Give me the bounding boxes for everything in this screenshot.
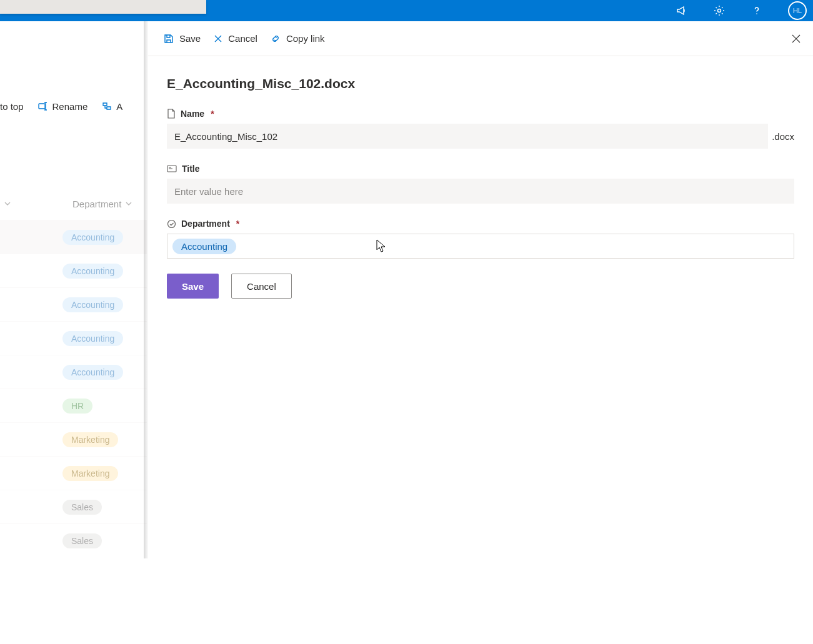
title-label: Title <box>182 164 200 174</box>
search-field-collapsed[interactable] <box>0 0 206 14</box>
department-chip[interactable]: Accounting <box>172 239 236 254</box>
close-icon <box>213 34 223 44</box>
required-asterisk: * <box>211 109 214 119</box>
panel-cancel-command[interactable]: Cancel <box>207 29 264 47</box>
table-row[interactable]: Accounting <box>0 220 147 254</box>
pin-to-top-label: to top <box>0 101 24 112</box>
link-icon <box>270 33 281 44</box>
panel-copylink-command[interactable]: Copy link <box>264 29 331 48</box>
svg-point-4 <box>168 220 176 227</box>
table-row[interactable]: Sales <box>0 523 147 557</box>
panel-command-bar: Save Cancel Copy link <box>148 21 813 56</box>
rename-label: Rename <box>52 101 88 112</box>
table-row[interactable]: Accounting <box>0 321 147 355</box>
svg-rect-2 <box>39 104 45 109</box>
rename-button[interactable]: Rename <box>37 101 88 112</box>
title-input[interactable] <box>167 179 794 204</box>
department-pill: Accounting <box>62 365 123 380</box>
document-icon <box>167 109 176 119</box>
file-extension: .docx <box>772 131 794 142</box>
automate-button[interactable]: A <box>101 101 122 112</box>
panel-title: E_Accounting_Misc_102.docx <box>167 76 794 91</box>
field-title: Title <box>167 164 794 204</box>
text-icon <box>167 165 177 172</box>
panel-cancel-label: Cancel <box>228 33 257 44</box>
field-name: Name * .docx <box>167 109 794 149</box>
department-pill: Accounting <box>62 264 123 279</box>
choice-icon <box>167 219 176 229</box>
table-row[interactable]: Accounting <box>0 287 147 321</box>
department-pill: Accounting <box>62 230 123 245</box>
table-row[interactable]: Accounting <box>0 254 147 287</box>
department-pill: Sales <box>62 500 102 515</box>
automate-label: A <box>116 101 122 112</box>
avatar[interactable]: HL <box>788 1 807 20</box>
table-row[interactable]: Sales <box>0 490 147 523</box>
help-icon[interactable] <box>751 4 763 17</box>
department-pill: Sales <box>62 533 102 548</box>
pin-to-top-button[interactable]: to top <box>0 101 24 112</box>
department-pill: Accounting <box>62 331 123 346</box>
panel-save-label: Save <box>179 33 201 44</box>
table-row[interactable]: HR <box>0 389 147 422</box>
svg-point-0 <box>718 9 721 12</box>
chevron-down-icon[interactable] <box>4 200 11 207</box>
department-pill: Marketing <box>62 432 118 447</box>
properties-panel: Save Cancel Copy link E_Accounting_Misc_… <box>148 21 813 644</box>
panel-close-button[interactable] <box>787 29 806 48</box>
document-list: Department AccountingAccountingAccountin… <box>0 187 147 587</box>
department-pill: HR <box>62 399 92 414</box>
cancel-button[interactable]: Cancel <box>231 274 292 299</box>
panel-save-command[interactable]: Save <box>157 29 207 48</box>
table-row[interactable]: Marketing <box>0 422 147 456</box>
chevron-down-icon[interactable] <box>125 200 132 207</box>
field-department: Department * Accounting <box>167 219 794 259</box>
mouse-cursor-icon <box>376 239 386 253</box>
department-picker[interactable]: Accounting <box>167 234 794 259</box>
name-input[interactable] <box>167 124 768 149</box>
library-command-bar: to top Rename A <box>0 94 147 119</box>
table-row[interactable]: Accounting <box>0 355 147 389</box>
rename-icon <box>37 101 49 112</box>
required-asterisk: * <box>236 219 239 229</box>
list-header-row: Department <box>0 187 147 220</box>
svg-point-1 <box>756 13 757 14</box>
megaphone-icon[interactable] <box>676 4 688 17</box>
department-label: Department <box>181 219 230 229</box>
column-header-department[interactable]: Department <box>72 199 121 209</box>
save-icon <box>163 33 174 44</box>
department-pill: Marketing <box>62 466 118 481</box>
panel-copylink-label: Copy link <box>286 33 325 44</box>
save-button[interactable]: Save <box>167 274 219 299</box>
automate-icon <box>101 101 112 112</box>
table-row[interactable]: Marketing <box>0 456 147 490</box>
gear-icon[interactable] <box>713 4 726 17</box>
name-label: Name <box>181 109 204 119</box>
department-pill: Accounting <box>62 297 123 312</box>
